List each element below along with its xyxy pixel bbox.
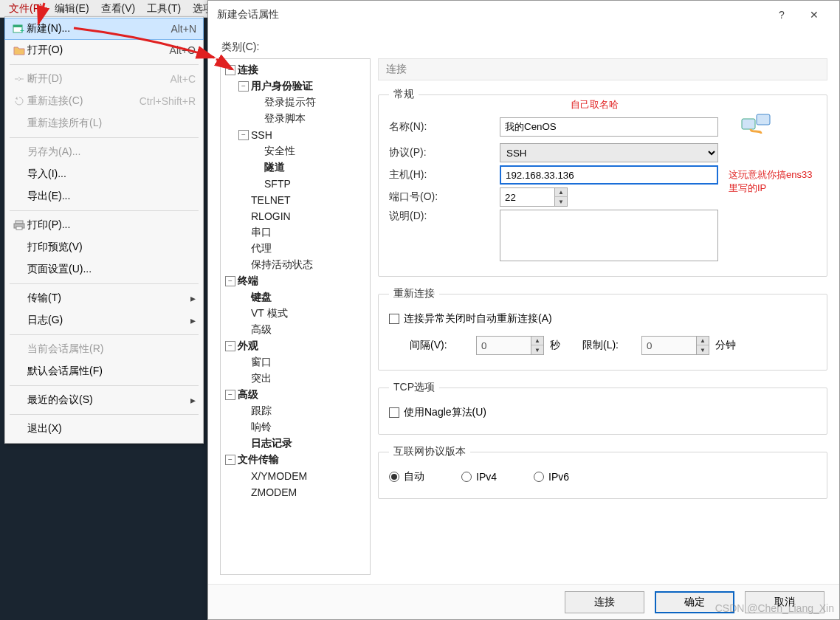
tree-node-tunnel[interactable]: 隧道 <box>264 161 285 174</box>
tree-node-login-prompt[interactable]: 登录提示符 <box>264 96 316 109</box>
menu-item-transfer[interactable]: 传输(T)▸ <box>5 287 203 309</box>
tree-node-xymodem[interactable]: X/YMODEM <box>251 470 307 482</box>
tree-node-connection[interactable]: 连接 <box>238 63 258 77</box>
tree-node-security[interactable]: 安全性 <box>264 145 295 158</box>
tree-node-trace[interactable]: 跟踪 <box>251 404 272 418</box>
menu-item-print[interactable]: 打印(P)... <box>5 214 203 236</box>
tree-node-advanced[interactable]: 高级 <box>238 388 258 402</box>
dialog-title: 新建会话属性 <box>217 8 765 21</box>
menu-item-label: 打开(O) <box>27 44 170 57</box>
host-input[interactable] <box>500 165 718 185</box>
tree-collapse-icon[interactable]: − <box>225 455 235 465</box>
group-legend: TCP选项 <box>389 381 439 394</box>
menu-tools[interactable]: 工具(T) <box>141 1 187 17</box>
menu-item-current-session: 当前会话属性(R) <box>5 338 203 360</box>
tree-node-file-transfer[interactable]: 文件传输 <box>238 453 279 466</box>
menu-item-new[interactable]: + 新建(N)... Alt+N <box>4 18 204 40</box>
menu-item-default-session[interactable]: 默认会话属性(F) <box>5 360 203 382</box>
tree-collapse-icon[interactable]: − <box>225 65 235 75</box>
menu-item-export[interactable]: 导出(E)... <box>5 185 203 207</box>
menu-item-label: 新建(N)... <box>27 22 171 35</box>
radio-ipv6[interactable]: IPv6 <box>534 471 569 483</box>
tree-node-logging[interactable]: 日志记录 <box>251 437 292 450</box>
tree-node-appearance[interactable]: 外观 <box>238 340 258 353</box>
connect-button[interactable]: 连接 <box>565 591 644 613</box>
tree-node-userauth[interactable]: 用户身份验证 <box>251 80 313 93</box>
limit-input <box>641 336 696 355</box>
radio-icon <box>534 472 544 482</box>
menu-item-label: 重新连接(C) <box>27 94 140 108</box>
menu-item-shortcut: Ctrl+Shift+R <box>140 95 196 107</box>
dialog-close-button[interactable]: ✕ <box>798 4 830 26</box>
menu-item-recent-sessions[interactable]: 最近的会议(S)▸ <box>5 389 203 411</box>
seconds-label: 秒 <box>550 339 560 352</box>
proto-select[interactable]: SSH <box>500 143 718 162</box>
checkbox-label: 连接异常关闭时自动重新连接(A) <box>404 312 552 326</box>
tree-node-highlight[interactable]: 突出 <box>251 372 272 385</box>
menu-item-reconnect-all: 重新连接所有(L) <box>5 112 203 134</box>
radio-ipv4[interactable]: IPv4 <box>461 471 497 483</box>
tree-collapse-icon[interactable]: − <box>238 81 249 92</box>
category-tree[interactable]: −连接 −用户身份验证 登录提示符 登录脚本 −SSH 安全性 <box>220 58 371 575</box>
port-stepper[interactable]: ▲▼ <box>500 187 568 207</box>
svg-text:+: + <box>20 27 24 35</box>
group-reconnect: 重新连接 连接异常关闭时自动重新连接(A) 间隔(V): ▲▼ 秒 <box>378 287 827 371</box>
tree-node-bell[interactable]: 响铃 <box>251 421 272 434</box>
nagle-checkbox[interactable]: 使用Nagle算法(U) <box>389 406 486 419</box>
tree-node-keepalive[interactable]: 保持活动状态 <box>251 258 313 272</box>
tree-node-advanced-t[interactable]: 高级 <box>251 323 272 337</box>
menu-item-shortcut: Alt+N <box>171 23 196 35</box>
new-session-dialog: 新建会话属性 ? ✕ 类别(C): −连接 −用户身份验证 登录提示符 登录脚本 <box>207 0 840 620</box>
menu-item-shortcut: Alt+O <box>170 44 196 56</box>
menu-view[interactable]: 查看(V) <box>95 1 142 17</box>
proto-label: 协议(P): <box>389 146 500 159</box>
auto-reconnect-checkbox[interactable]: 连接异常关闭时自动重新连接(A) <box>389 312 552 326</box>
menu-item-exit[interactable]: 退出(X) <box>5 418 203 440</box>
tree-collapse-icon[interactable]: − <box>238 130 249 140</box>
tree-collapse-icon[interactable]: − <box>225 341 235 351</box>
tree-node-window[interactable]: 窗口 <box>251 356 272 369</box>
tree-node-rlogin[interactable]: RLOGIN <box>251 210 291 222</box>
menu-item-print-preview[interactable]: 打印预览(V) <box>5 236 203 258</box>
radio-auto[interactable]: 自动 <box>389 470 424 483</box>
tree-collapse-icon[interactable]: − <box>225 276 235 286</box>
stepper-up-icon: ▲ <box>531 337 543 345</box>
stepper-up-icon[interactable]: ▲ <box>555 188 567 197</box>
name-input[interactable] <box>500 117 718 137</box>
checkbox-icon <box>389 407 399 418</box>
printer-icon <box>11 220 27 230</box>
minutes-label: 分钟 <box>715 339 736 352</box>
tree-node-terminal[interactable]: 终端 <box>238 275 258 288</box>
menu-file[interactable]: 文件(F) <box>3 1 49 17</box>
tree-node-sftp[interactable]: SFTP <box>264 178 291 190</box>
group-general: 常规 自己取名哈 名称(N): 协议(P): SSH 主机(H): <box>378 88 827 277</box>
tree-node-ssh[interactable]: SSH <box>251 129 272 141</box>
desc-textarea[interactable] <box>500 210 718 261</box>
svg-rect-5 <box>16 227 22 230</box>
menu-edit[interactable]: 编辑(E) <box>49 1 95 17</box>
interval-label: 间隔(V): <box>410 339 476 352</box>
file-menu: + 新建(N)... Alt+N 打开(O) Alt+O 断开(D) Alt+C… <box>4 16 204 444</box>
svg-rect-7 <box>757 114 770 125</box>
tree-collapse-icon[interactable]: − <box>225 390 235 400</box>
tree-node-keyboard[interactable]: 键盘 <box>251 291 272 304</box>
port-input[interactable] <box>500 187 554 207</box>
submenu-arrow-icon: ▸ <box>188 292 196 304</box>
dialog-help-button[interactable]: ? <box>765 4 798 26</box>
menu-item-disconnect: 断开(D) Alt+C <box>5 68 203 90</box>
tree-node-proxy[interactable]: 代理 <box>251 242 272 255</box>
stepper-down-icon[interactable]: ▼ <box>555 197 567 206</box>
tree-node-login-script[interactable]: 登录脚本 <box>264 112 306 125</box>
tree-node-serial[interactable]: 串口 <box>251 226 272 239</box>
menu-item-page-setup[interactable]: 页面设置(U)... <box>5 258 203 280</box>
tree-node-telnet[interactable]: TELNET <box>251 194 291 206</box>
tree-node-vt[interactable]: VT 模式 <box>251 307 288 320</box>
stepper-down-icon: ▼ <box>697 345 709 354</box>
interval-input <box>476 336 531 355</box>
tree-node-zmodem[interactable]: ZMODEM <box>251 486 297 498</box>
radio-icon <box>389 472 399 482</box>
host-label: 主机(H): <box>389 168 500 182</box>
menu-item-log[interactable]: 日志(G)▸ <box>5 309 203 331</box>
menu-item-open[interactable]: 打开(O) Alt+O <box>5 39 203 61</box>
menu-item-import[interactable]: 导入(I)... <box>5 163 203 185</box>
